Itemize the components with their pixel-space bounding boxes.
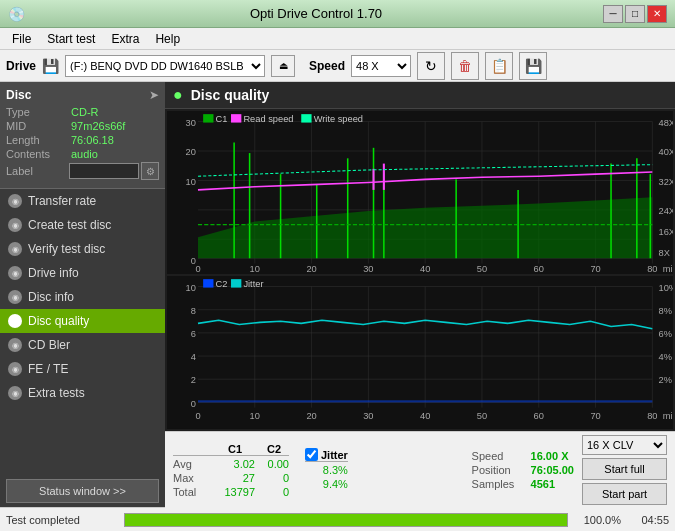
- disc-label-label: Label: [6, 165, 69, 177]
- svg-text:Write speed: Write speed: [314, 113, 363, 123]
- fe-te-icon: ◉: [8, 362, 22, 376]
- svg-rect-53: [231, 114, 241, 122]
- speed-key: Speed: [472, 450, 527, 462]
- svg-text:2: 2: [191, 375, 196, 385]
- maximize-button[interactable]: □: [625, 5, 645, 23]
- svg-text:40X: 40X: [659, 147, 673, 157]
- menu-file[interactable]: File: [4, 30, 39, 48]
- disc-label-input[interactable]: [69, 163, 139, 179]
- menu-start-test[interactable]: Start test: [39, 30, 103, 48]
- speed-info: Speed 16.00 X Position 76:05.00 Samples …: [472, 450, 574, 490]
- svg-rect-55: [301, 114, 311, 122]
- sidebar-item-label: FE / TE: [28, 362, 68, 376]
- progress-bar-inner: [125, 514, 567, 526]
- jitter-checkbox[interactable]: [305, 448, 318, 461]
- start-full-button[interactable]: Start full: [582, 458, 667, 480]
- svg-text:20: 20: [306, 264, 316, 274]
- contents-value: audio: [71, 148, 98, 160]
- sidebar-item-create-test-disc[interactable]: ◉ Create test disc: [0, 213, 165, 237]
- speed-label: Speed: [309, 59, 345, 73]
- disc-arrow-icon[interactable]: ➤: [149, 88, 159, 102]
- samples-key: Samples: [472, 478, 527, 490]
- menu-extra[interactable]: Extra: [103, 30, 147, 48]
- sidebar-item-label: Transfer rate: [28, 194, 96, 208]
- sidebar-item-drive-info[interactable]: ◉ Drive info: [0, 261, 165, 285]
- avg-jitter: 8.3%: [305, 464, 348, 476]
- svg-rect-72: [198, 400, 652, 402]
- status-window-button[interactable]: Status window >>: [6, 479, 159, 503]
- main-content: Disc ➤ Type CD-R MID 97m26s66f Length 76…: [0, 82, 675, 507]
- chart1-container: 30 20 10 0 48X 40X 32X 24X 16X 8X 0 10 2…: [167, 111, 673, 274]
- avg-label: Avg: [173, 458, 211, 470]
- sidebar-item-disc-quality[interactable]: ◉ Disc quality: [0, 309, 165, 333]
- svg-text:50: 50: [477, 264, 487, 274]
- eject-button[interactable]: ⏏: [271, 55, 295, 77]
- drive-bar: Drive 💾 (F:) BENQ DVD DD DW1640 BSLB ⏏ S…: [0, 50, 675, 82]
- svg-text:2%: 2%: [659, 375, 672, 385]
- progress-bar-outer: [124, 513, 568, 527]
- close-button[interactable]: ✕: [647, 5, 667, 23]
- svg-text:8: 8: [191, 306, 196, 316]
- erase-button[interactable]: 🗑: [451, 52, 479, 80]
- minimize-button[interactable]: ─: [603, 5, 623, 23]
- svg-text:0: 0: [195, 264, 200, 274]
- chart-main-title: Disc quality: [191, 87, 270, 103]
- transfer-rate-icon: ◉: [8, 194, 22, 208]
- sidebar-item-verify-test-disc[interactable]: ◉ Verify test disc: [0, 237, 165, 261]
- sidebar-item-label: Disc info: [28, 290, 74, 304]
- svg-text:10: 10: [186, 177, 196, 187]
- col-empty: [173, 443, 211, 455]
- save-button[interactable]: 💾: [519, 52, 547, 80]
- type-value: CD-R: [71, 106, 99, 118]
- sidebar-item-extra-tests[interactable]: ◉ Extra tests: [0, 381, 165, 405]
- svg-text:50: 50: [477, 411, 487, 421]
- title-bar: 💿 Opti Drive Control 1.70 ─ □ ✕: [0, 0, 675, 28]
- progress-label: 100.0%: [576, 514, 621, 526]
- jitter-column: Jitter 8.3% 9.4%: [305, 448, 348, 492]
- sidebar-item-fe-te[interactable]: ◉ FE / TE: [0, 357, 165, 381]
- menu-help[interactable]: Help: [147, 30, 188, 48]
- verify-test-disc-icon: ◉: [8, 242, 22, 256]
- copy-button[interactable]: 📋: [485, 52, 513, 80]
- jitter-header: Jitter: [321, 449, 348, 461]
- app-icon: 💿: [8, 6, 25, 22]
- disc-settings-button[interactable]: ⚙: [141, 162, 159, 180]
- create-test-disc-icon: ◉: [8, 218, 22, 232]
- svg-text:70: 70: [590, 264, 600, 274]
- avg-c2: 0.00: [259, 458, 289, 470]
- svg-text:16X: 16X: [659, 227, 673, 237]
- svg-rect-57: [167, 276, 673, 429]
- sidebar-item-label: Create test disc: [28, 218, 111, 232]
- svg-text:Jitter: Jitter: [243, 279, 263, 289]
- sidebar-item-label: CD Bler: [28, 338, 70, 352]
- start-part-button[interactable]: Start part: [582, 483, 667, 505]
- svg-text:80: 80: [647, 411, 657, 421]
- total-label: Total: [173, 486, 211, 498]
- total-c2: 0: [259, 486, 289, 498]
- chart2-container: 10 8 6 4 2 0 10% 8% 6% 4% 2% 0 10 20 30 …: [167, 276, 673, 429]
- max-label: Max: [173, 472, 211, 484]
- sidebar-item-disc-info[interactable]: ◉ Disc info: [0, 285, 165, 309]
- svg-text:24X: 24X: [659, 206, 673, 216]
- refresh-button[interactable]: ↻: [417, 52, 445, 80]
- drive-selector[interactable]: (F:) BENQ DVD DD DW1640 BSLB: [65, 55, 265, 77]
- drive-icon: 💾: [42, 58, 59, 74]
- type-label: Type: [6, 106, 71, 118]
- max-jitter: 9.4%: [305, 478, 348, 490]
- svg-text:40: 40: [420, 411, 430, 421]
- status-bar: Test completed 100.0% 04:55: [0, 507, 675, 531]
- svg-text:30: 30: [363, 264, 373, 274]
- svg-text:48X: 48X: [659, 118, 673, 128]
- speed-select-dropdown[interactable]: 16 X CLV: [582, 435, 667, 455]
- svg-text:60: 60: [534, 264, 544, 274]
- svg-text:Read speed: Read speed: [243, 113, 293, 123]
- disc-quality-icon: ◉: [8, 314, 22, 328]
- time-label: 04:55: [629, 514, 669, 526]
- chart1-svg: 30 20 10 0 48X 40X 32X 24X 16X 8X 0 10 2…: [167, 111, 673, 274]
- sidebar-item-cd-bler[interactable]: ◉ CD Bler: [0, 333, 165, 357]
- menu-bar: File Start test Extra Help: [0, 28, 675, 50]
- extra-tests-icon: ◉: [8, 386, 22, 400]
- cd-bler-icon: ◉: [8, 338, 22, 352]
- sidebar-item-transfer-rate[interactable]: ◉ Transfer rate: [0, 189, 165, 213]
- speed-selector[interactable]: 48 X: [351, 55, 411, 77]
